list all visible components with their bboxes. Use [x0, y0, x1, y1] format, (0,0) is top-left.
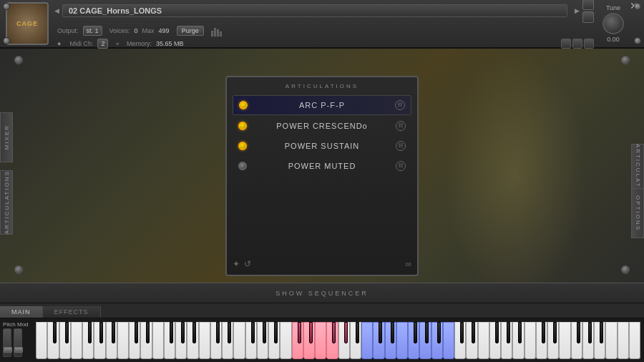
chain-icon-0[interactable]: ⛓	[395, 100, 405, 110]
white-key-19[interactable]	[257, 322, 268, 359]
midi-dropdown[interactable]: 2	[97, 39, 108, 49]
white-key-8[interactable]	[129, 322, 140, 359]
white-key-12[interactable]	[175, 322, 187, 359]
white-key-41[interactable]	[512, 322, 524, 359]
options-tab[interactable]: OPTIONS	[631, 188, 644, 238]
white-key-49[interactable]	[605, 322, 617, 359]
tab-effects[interactable]: EFFECTS	[43, 306, 101, 318]
rack-screw-tl	[3, 3, 10, 10]
articulation-item-1[interactable]: POWER CRESCENDo ⛓	[233, 117, 411, 135]
white-key-36[interactable]	[454, 322, 466, 359]
white-key-43[interactable]	[536, 322, 547, 359]
white-key-16[interactable]	[222, 322, 233, 359]
white-key-47[interactable]	[582, 322, 594, 359]
instrument-name-bar: 02 CAGE_Horns_LONGS	[62, 4, 567, 17]
white-key-20[interactable]	[268, 322, 280, 359]
white-key-14[interactable]	[199, 322, 210, 359]
radio-3[interactable]	[238, 162, 247, 170]
white-key-17[interactable]	[233, 322, 245, 359]
tune-knob[interactable]	[602, 13, 624, 34]
volume-bars	[211, 25, 222, 36]
rack-screw-bl	[3, 37, 10, 44]
white-key-25[interactable]	[326, 322, 338, 359]
pitch-slider-handle[interactable]	[4, 347, 12, 353]
chain-icon-2[interactable]: ⛓	[396, 141, 406, 151]
prev-arrow[interactable]: ◀	[54, 7, 59, 14]
config-button[interactable]	[582, 0, 594, 10]
white-key-51[interactable]	[629, 322, 640, 359]
tab-main[interactable]: MAIN	[0, 306, 43, 318]
bolt-br	[621, 265, 630, 274]
chain-icon-1[interactable]: ⛓	[396, 121, 406, 131]
icon-2[interactable]	[572, 39, 582, 49]
white-key-33[interactable]	[419, 322, 431, 359]
white-key-1[interactable]	[47, 322, 59, 359]
white-key-5[interactable]	[94, 322, 105, 359]
white-key-24[interactable]	[315, 322, 326, 359]
white-key-50[interactable]	[618, 322, 629, 359]
link-icon[interactable]: ∞	[405, 259, 411, 269]
white-key-28[interactable]	[361, 322, 373, 359]
next-arrow[interactable]: ▶	[575, 7, 580, 14]
white-key-27[interactable]	[350, 322, 361, 359]
add-icon[interactable]: ✦	[233, 259, 240, 269]
white-key-30[interactable]	[385, 322, 396, 359]
white-key-39[interactable]	[489, 322, 501, 359]
white-key-37[interactable]	[466, 322, 477, 359]
white-key-48[interactable]	[594, 322, 605, 359]
radio-1[interactable]	[238, 122, 247, 130]
white-key-21[interactable]	[280, 322, 291, 359]
white-key-29[interactable]	[373, 322, 384, 359]
chain-icon-3[interactable]: ⛓	[396, 161, 406, 171]
white-key-44[interactable]	[547, 322, 559, 359]
white-key-13[interactable]	[187, 322, 198, 359]
piano-keyboard[interactable]: (function() { const kb = document.getEle…	[36, 322, 640, 359]
white-key-6[interactable]	[106, 322, 117, 359]
white-key-4[interactable]	[82, 322, 94, 359]
white-key-3[interactable]	[71, 322, 82, 359]
white-key-9[interactable]	[140, 322, 152, 359]
white-key-34[interactable]	[431, 322, 443, 359]
tune-value: 0.00	[607, 36, 620, 43]
white-key-18[interactable]	[245, 322, 257, 359]
logo-area: CAGE	[6, 2, 49, 45]
articulation-item-2[interactable]: POWER SUSTAIN ⛓	[233, 137, 411, 155]
articulation-item-3[interactable]: POWER MUTED ⛓	[233, 157, 411, 175]
mixer-tab[interactable]: MIXER	[0, 112, 13, 162]
articulations-left-tab[interactable]: ARTICULATIONS	[0, 170, 13, 235]
white-key-23[interactable]	[303, 322, 315, 359]
mod-slider-handle[interactable]	[14, 347, 23, 353]
white-key-38[interactable]	[478, 322, 489, 359]
articulation-item-0[interactable]: ARC P-F-P ⛓	[233, 95, 411, 115]
white-key-40[interactable]	[501, 322, 512, 359]
icon-3[interactable]	[584, 39, 594, 49]
white-key-45[interactable]	[559, 322, 570, 359]
white-key-2[interactable]	[59, 322, 71, 359]
show-sequencer-bar[interactable]: SHOW SEQUENCER	[0, 283, 644, 303]
white-key-7[interactable]	[117, 322, 129, 359]
white-key-46[interactable]	[571, 322, 582, 359]
white-key-11[interactable]	[164, 322, 175, 359]
white-key-31[interactable]	[396, 322, 408, 359]
mod-slider[interactable]	[14, 328, 22, 357]
white-key-35[interactable]	[443, 322, 454, 359]
logo-text: CAGE	[16, 20, 38, 27]
output-control: Output: st. 1	[57, 26, 102, 36]
white-key-42[interactable]	[525, 322, 536, 359]
purge-button[interactable]: Purge	[177, 26, 204, 36]
articulation-name-0: ARC P-F-P	[255, 101, 389, 109]
refresh-icon[interactable]: ↺	[244, 259, 251, 269]
top-bar: CAGE ◀ 02 CAGE_Horns_LONGS ▶ Output: st.…	[0, 0, 644, 49]
white-key-32[interactable]	[408, 322, 419, 359]
white-key-22[interactable]	[292, 322, 303, 359]
radio-2[interactable]	[238, 142, 247, 150]
white-key-15[interactable]	[210, 322, 222, 359]
white-key-26[interactable]	[338, 322, 350, 359]
white-key-0[interactable]	[36, 322, 47, 359]
info-button[interactable]	[582, 11, 594, 23]
pitch-slider[interactable]	[3, 328, 11, 357]
radio-0[interactable]	[239, 101, 248, 109]
icon-1[interactable]	[561, 39, 571, 49]
white-key-10[interactable]	[152, 322, 164, 359]
output-dropdown[interactable]: st. 1	[83, 26, 102, 36]
